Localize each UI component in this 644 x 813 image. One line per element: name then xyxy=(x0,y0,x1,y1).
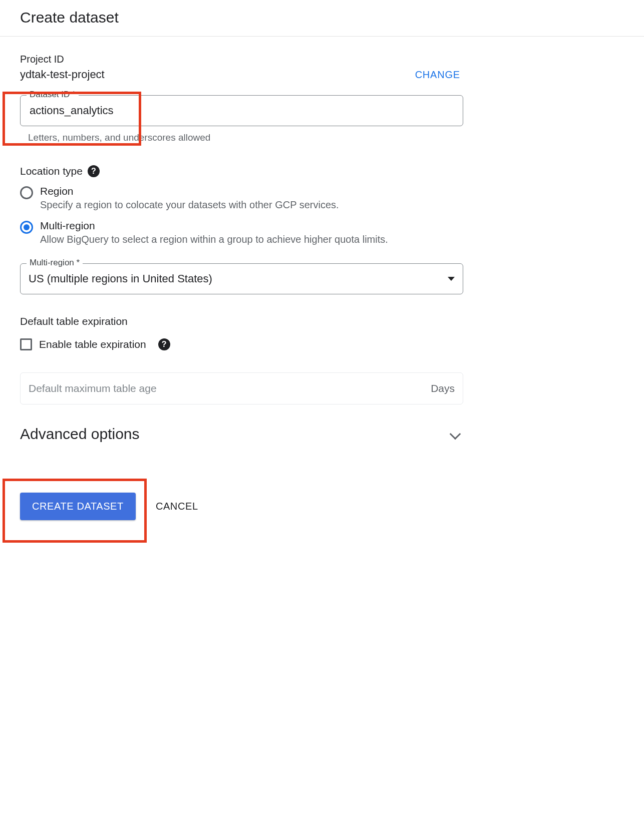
cancel-button[interactable]: CANCEL xyxy=(156,501,198,512)
max-table-age-field: Default maximum table age Days xyxy=(20,372,463,404)
page-title: Create dataset xyxy=(20,9,624,26)
dataset-id-field[interactable]: Dataset ID * xyxy=(20,95,463,126)
create-dataset-button[interactable]: CREATE DATASET xyxy=(20,493,136,520)
region-radio-label: Region xyxy=(40,185,463,197)
help-icon[interactable]: ? xyxy=(158,338,170,350)
enable-expiration-label: Enable table expiration xyxy=(39,338,146,350)
dataset-id-label: Dataset ID * xyxy=(27,90,79,100)
multi-region-select-value: US (multiple regions in United States) xyxy=(29,272,212,285)
project-id-value: ydtak-test-project xyxy=(20,68,105,81)
region-radio[interactable] xyxy=(20,186,33,199)
change-project-link[interactable]: CHANGE xyxy=(415,69,460,81)
region-radio-desc: Specify a region to colocate your datase… xyxy=(40,199,463,211)
chevron-down-icon xyxy=(450,429,461,440)
multi-region-select[interactable]: Multi-region * US (multiple regions in U… xyxy=(20,263,463,294)
max-table-age-suffix: Days xyxy=(431,382,455,394)
enable-expiration-checkbox[interactable] xyxy=(20,338,32,350)
advanced-options-title: Advanced options xyxy=(20,426,140,443)
multi-region-radio-desc: Allow BigQuery to select a region within… xyxy=(40,234,463,245)
help-icon[interactable]: ? xyxy=(88,165,100,177)
multi-region-select-label: Multi-region * xyxy=(27,258,83,268)
expiration-title: Default table expiration xyxy=(20,315,463,327)
advanced-options-toggle[interactable]: Advanced options xyxy=(20,426,463,443)
dropdown-arrow-icon xyxy=(448,277,455,281)
project-id-label: Project ID xyxy=(20,54,463,65)
multi-region-radio[interactable] xyxy=(20,221,33,234)
dataset-id-input[interactable] xyxy=(29,104,455,118)
dataset-id-helper: Letters, numbers, and underscores allowe… xyxy=(28,132,463,143)
multi-region-radio-label: Multi-region xyxy=(40,220,463,232)
max-table-age-placeholder: Default maximum table age xyxy=(29,382,157,394)
location-type-title: Location type xyxy=(20,165,83,177)
